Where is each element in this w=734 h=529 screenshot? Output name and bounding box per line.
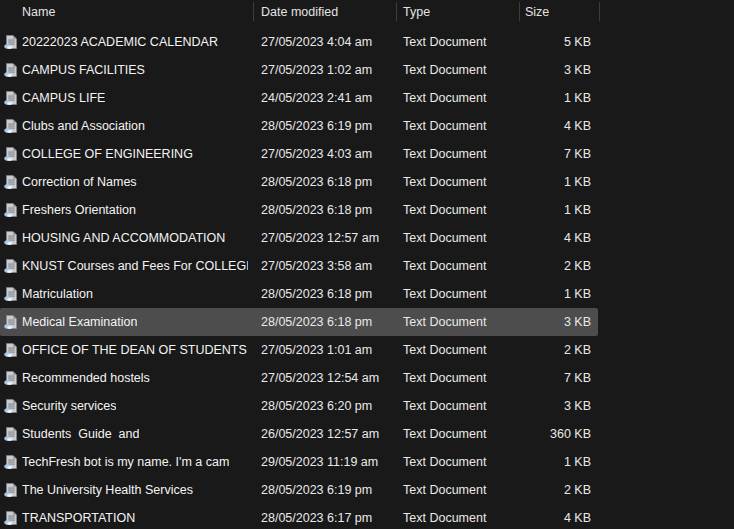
file-type: Text Document bbox=[403, 140, 486, 168]
text-document-icon bbox=[4, 399, 18, 413]
file-type: Text Document bbox=[403, 336, 486, 364]
text-document-icon bbox=[4, 315, 18, 329]
file-name: OFFICE OF THE DEAN OF STUDENTS bbox=[22, 336, 247, 364]
file-date-modified: 27/05/2023 12:54 am bbox=[261, 364, 379, 392]
column-header-type[interactable]: Type bbox=[403, 0, 430, 24]
file-row[interactable]: Clubs and Association 28/05/2023 6:19 pm… bbox=[0, 112, 598, 140]
file-date-modified: 28/05/2023 6:18 pm bbox=[261, 280, 372, 308]
file-type: Text Document bbox=[403, 308, 486, 336]
file-size: 4 KB bbox=[519, 112, 591, 140]
file-type: Text Document bbox=[403, 28, 486, 56]
text-document-icon bbox=[4, 203, 18, 217]
file-type: Text Document bbox=[403, 252, 486, 280]
file-name: Clubs and Association bbox=[22, 112, 145, 140]
text-document-icon bbox=[4, 455, 18, 469]
file-type: Text Document bbox=[403, 448, 486, 476]
file-name: Medical Examination bbox=[22, 308, 137, 336]
column-divider[interactable] bbox=[519, 2, 520, 21]
file-date-modified: 28/05/2023 6:19 pm bbox=[261, 476, 372, 504]
file-date-modified: 28/05/2023 6:20 pm bbox=[261, 392, 372, 420]
file-type: Text Document bbox=[403, 364, 486, 392]
file-size: 1 KB bbox=[519, 84, 591, 112]
file-type: Text Document bbox=[403, 476, 486, 504]
file-name: 20222023 ACADEMIC CALENDAR bbox=[22, 28, 218, 56]
text-document-icon bbox=[4, 371, 18, 385]
text-document-icon bbox=[4, 483, 18, 497]
file-row[interactable]: Matriculation 28/05/2023 6:18 pm Text Do… bbox=[0, 280, 598, 308]
file-type: Text Document bbox=[403, 420, 486, 448]
column-header-date-modified[interactable]: Date modified bbox=[261, 0, 338, 24]
file-date-modified: 28/05/2023 6:17 pm bbox=[261, 504, 372, 529]
file-size: 7 KB bbox=[519, 140, 591, 168]
file-size: 1 KB bbox=[519, 196, 591, 224]
file-row[interactable]: CAMPUS LIFE 24/05/2023 2:41 am Text Docu… bbox=[0, 84, 598, 112]
file-row[interactable]: CAMPUS FACILITIES 27/05/2023 1:02 am Tex… bbox=[0, 56, 598, 84]
file-row[interactable]: HOUSING AND ACCOMMODATION 27/05/2023 12:… bbox=[0, 224, 598, 252]
file-type: Text Document bbox=[403, 280, 486, 308]
file-date-modified: 24/05/2023 2:41 am bbox=[261, 84, 372, 112]
column-header-size[interactable]: Size bbox=[525, 0, 549, 24]
file-name: COLLEGE OF ENGINEERING bbox=[22, 140, 193, 168]
file-size: 4 KB bbox=[519, 504, 591, 529]
text-document-icon bbox=[4, 35, 18, 49]
text-document-icon bbox=[4, 259, 18, 273]
file-row[interactable]: Freshers Orientation 28/05/2023 6:18 pm … bbox=[0, 196, 598, 224]
column-header-name[interactable]: Name bbox=[22, 0, 55, 24]
file-name: Matriculation bbox=[22, 280, 93, 308]
file-explorer-list-view: ⌃ Name Date modified Type Size bbox=[0, 0, 734, 529]
text-document-icon bbox=[4, 175, 18, 189]
file-date-modified: 28/05/2023 6:18 pm bbox=[261, 308, 372, 336]
file-size: 2 KB bbox=[519, 476, 591, 504]
text-document-icon bbox=[4, 63, 18, 77]
file-row[interactable]: 20222023 ACADEMIC CALENDAR 27/05/2023 4:… bbox=[0, 28, 598, 56]
file-row[interactable]: Medical Examination 28/05/2023 6:18 pm T… bbox=[0, 308, 598, 336]
file-date-modified: 27/05/2023 4:04 am bbox=[261, 28, 372, 56]
file-name: CAMPUS FACILITIES bbox=[22, 56, 145, 84]
file-size: 3 KB bbox=[519, 56, 591, 84]
file-type: Text Document bbox=[403, 392, 486, 420]
file-date-modified: 28/05/2023 6:19 pm bbox=[261, 112, 372, 140]
file-date-modified: 27/05/2023 12:57 am bbox=[261, 224, 379, 252]
file-date-modified: 27/05/2023 1:01 am bbox=[261, 336, 372, 364]
file-name: The University Health Services bbox=[22, 476, 193, 504]
file-date-modified: 29/05/2023 11:19 am bbox=[261, 448, 378, 476]
file-type: Text Document bbox=[403, 56, 486, 84]
file-size: 5 KB bbox=[519, 28, 591, 56]
file-row[interactable]: OFFICE OF THE DEAN OF STUDENTS 27/05/202… bbox=[0, 336, 598, 364]
file-name: Freshers Orientation bbox=[22, 196, 136, 224]
file-row[interactable]: The University Health Services 28/05/202… bbox=[0, 476, 598, 504]
file-date-modified: 28/05/2023 6:18 pm bbox=[261, 196, 372, 224]
file-row[interactable]: Recommended hostels 27/05/2023 12:54 am … bbox=[0, 364, 598, 392]
text-document-icon bbox=[4, 287, 18, 301]
file-type: Text Document bbox=[403, 196, 486, 224]
file-row[interactable]: TRANSPORTATION 28/05/2023 6:17 pm Text D… bbox=[0, 504, 598, 529]
file-name: Students Guide and bbox=[22, 420, 139, 448]
file-name: TRANSPORTATION bbox=[22, 504, 135, 529]
file-row[interactable]: TechFresh bot is my name. I'm a cam 29/0… bbox=[0, 448, 598, 476]
file-name: KNUST Courses and Fees For COLLEGE (R... bbox=[22, 252, 248, 280]
file-name: Security services bbox=[22, 392, 116, 420]
column-headers: ⌃ Name Date modified Type Size bbox=[0, 0, 734, 24]
text-document-icon bbox=[4, 343, 18, 357]
file-size: 1 KB bbox=[519, 448, 591, 476]
file-name: TechFresh bot is my name. I'm a cam bbox=[22, 448, 229, 476]
text-document-icon bbox=[4, 91, 18, 105]
file-row[interactable]: Security services 28/05/2023 6:20 pm Tex… bbox=[0, 392, 598, 420]
file-row[interactable]: Students Guide and 26/05/2023 12:57 am T… bbox=[0, 420, 598, 448]
file-type: Text Document bbox=[403, 504, 486, 529]
file-size: 1 KB bbox=[519, 168, 591, 196]
file-type: Text Document bbox=[403, 224, 486, 252]
file-size: 7 KB bbox=[519, 364, 591, 392]
column-header-date-label: Date modified bbox=[261, 5, 338, 19]
column-divider[interactable] bbox=[599, 2, 600, 21]
file-row[interactable]: Correction of Names 28/05/2023 6:18 pm T… bbox=[0, 168, 598, 196]
file-row[interactable]: COLLEGE OF ENGINEERING 27/05/2023 4:03 a… bbox=[0, 140, 598, 168]
column-divider[interactable] bbox=[396, 2, 397, 21]
file-name: HOUSING AND ACCOMMODATION bbox=[22, 224, 225, 252]
file-date-modified: 26/05/2023 12:57 am bbox=[261, 420, 379, 448]
column-divider[interactable] bbox=[253, 2, 254, 21]
text-document-icon bbox=[4, 511, 18, 525]
file-date-modified: 27/05/2023 1:02 am bbox=[261, 56, 372, 84]
file-date-modified: 27/05/2023 4:03 am bbox=[261, 140, 372, 168]
file-row[interactable]: KNUST Courses and Fees For COLLEGE (R...… bbox=[0, 252, 598, 280]
